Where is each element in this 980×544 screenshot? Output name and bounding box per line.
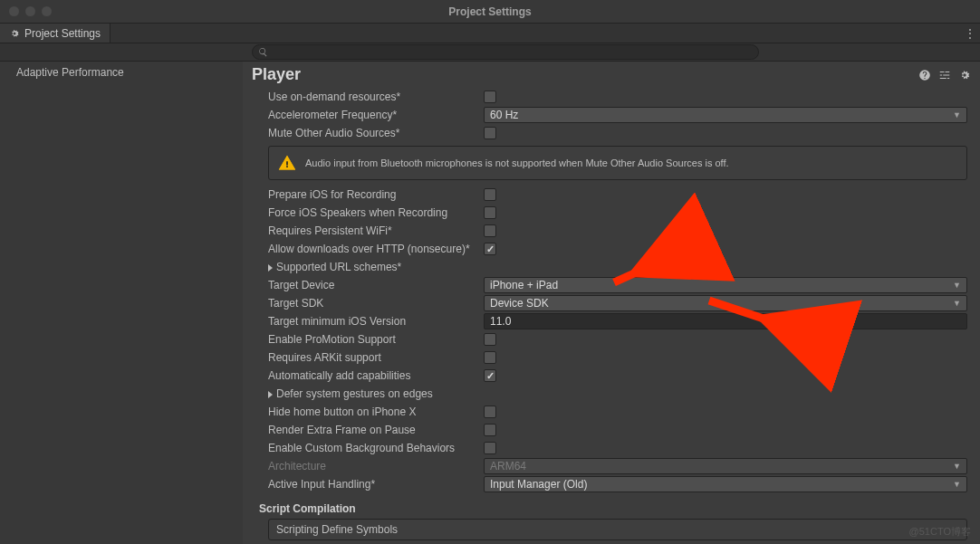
gear-icon[interactable] [958, 69, 971, 81]
label-req-wifi: Requires Persistent WiFi* [268, 224, 484, 237]
label-mute-other: Mute Other Audio Sources* [268, 127, 484, 139]
box-scripting-define: Scripting Define Symbols [268, 519, 967, 540]
dropdown-target-device[interactable]: iPhone + iPad▼ [484, 277, 967, 293]
tab-bar: Project Settings ⋮ [0, 24, 980, 43]
label-promotion: Enable ProMotion Support [268, 333, 484, 346]
label-auto-cap: Automatically add capabilities [268, 369, 484, 382]
label-arkit: Requires ARKit support [268, 351, 484, 364]
search-bar [0, 43, 980, 62]
chevron-down-icon: ▼ [953, 462, 961, 471]
label-allow-http: Allow downloads over HTTP (nonsecure)* [268, 243, 484, 255]
checkbox-extra-frame[interactable] [484, 424, 496, 436]
label-target-device: Target Device [268, 279, 484, 291]
chevron-down-icon: ▼ [953, 110, 961, 119]
checkbox-req-wifi[interactable] [484, 224, 496, 237]
label-accel-freq: Accelerometer Frequency* [268, 109, 484, 121]
warning-icon [278, 154, 296, 172]
search-icon [258, 47, 268, 57]
checkbox-hide-home[interactable] [484, 406, 496, 418]
dropdown-accel-freq[interactable]: 60 Hz▼ [484, 107, 967, 123]
help-icon[interactable] [918, 69, 931, 81]
label-custom-bg: Enable Custom Background Behaviors [268, 442, 484, 454]
checkbox-arkit[interactable] [484, 351, 496, 364]
label-use-ondemand: Use on-demand resources* [268, 91, 484, 103]
dropdown-target-sdk[interactable]: Device SDK▼ [484, 295, 967, 311]
warning-text: Audio input from Bluetooth microphones i… [305, 157, 729, 168]
chevron-down-icon: ▼ [953, 299, 961, 308]
tab-label: Project Settings [24, 27, 101, 40]
dropdown-architecture: ARM64▼ [484, 458, 967, 474]
label-target-sdk: Target SDK [268, 297, 484, 310]
section-script-compilation: Script Compilation [259, 502, 967, 515]
warning-box: Audio input from Bluetooth microphones i… [268, 146, 967, 180]
label-hide-home: Hide home button on iPhone X [268, 406, 484, 418]
checkbox-use-ondemand[interactable] [484, 91, 496, 103]
checkbox-mute-other[interactable] [484, 127, 496, 139]
settings-icon[interactable] [938, 69, 951, 81]
tab-menu-button[interactable]: ⋮ [960, 24, 980, 43]
watermark: @51CTO博客 [909, 525, 971, 539]
checkbox-promotion[interactable] [484, 333, 496, 346]
label-prepare-rec: Prepare iOS for Recording [268, 188, 484, 201]
checkbox-force-speak[interactable] [484, 206, 496, 219]
panel-header: Player [243, 62, 980, 88]
sidebar: Adaptive Performance [0, 62, 243, 544]
label-extra-frame: Render Extra Frame on Pause [268, 424, 484, 436]
label-architecture: Architecture [268, 460, 484, 472]
checkbox-auto-cap[interactable] [484, 369, 496, 382]
foldout-url-schemes[interactable]: Supported URL schemes* [268, 261, 484, 273]
checkbox-prepare-rec[interactable] [484, 188, 496, 201]
gear-icon [9, 28, 20, 39]
content-scroll[interactable]: Use on-demand resources* Accelerometer F… [243, 88, 980, 544]
checkbox-allow-http[interactable] [484, 243, 496, 255]
label-input-handling: Active Input Handling* [268, 478, 484, 491]
titlebar: Project Settings [0, 0, 980, 24]
input-min-ios[interactable] [484, 313, 967, 329]
foldout-defer-gestures[interactable]: Defer system gestures on edges [268, 387, 484, 400]
label-min-ios: Target minimum iOS Version [268, 315, 484, 328]
main-panel: Player Use on-demand resources* Accelero… [243, 62, 980, 544]
tab-project-settings[interactable]: Project Settings [0, 24, 110, 43]
checkbox-custom-bg[interactable] [484, 442, 496, 454]
label-force-speak: Force iOS Speakers when Recording [268, 206, 484, 219]
chevron-down-icon: ▼ [953, 281, 961, 290]
dropdown-input-handling[interactable]: Input Manager (Old)▼ [484, 476, 967, 492]
search-input[interactable] [252, 44, 759, 60]
chevron-down-icon: ▼ [953, 480, 961, 489]
sidebar-item-adaptive-performance[interactable]: Adaptive Performance [0, 64, 243, 80]
page-title: Player [252, 65, 301, 84]
window-title: Project Settings [0, 5, 980, 18]
